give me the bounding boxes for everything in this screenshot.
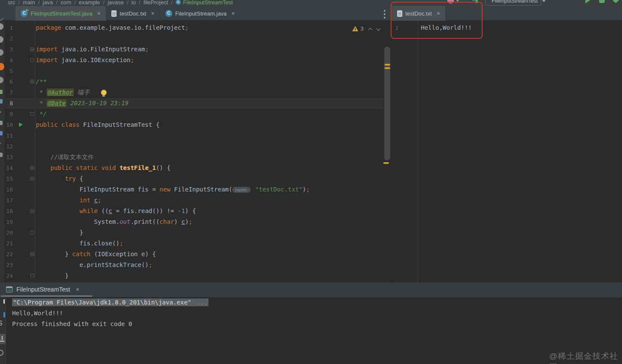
- fold-icon[interactable]: [30, 231, 34, 235]
- breadcrumb-item[interactable]: fileProject: [143, 0, 168, 6]
- line-number[interactable]: 6: [4, 76, 13, 87]
- code-token: "testDoc.txt": [255, 186, 303, 193]
- breadcrumb-item[interactable]: com: [60, 0, 71, 6]
- next-warning-icon[interactable]: [376, 27, 381, 31]
- chevron-down-icon[interactable]: [456, 0, 459, 2]
- breadcrumb-item[interactable]: src: [8, 0, 15, 6]
- code-text: Hello,World!!!: [421, 22, 472, 33]
- run-panel-header: FileInputStreamTest ×: [0, 283, 622, 297]
- fold-icon[interactable]: [30, 177, 34, 181]
- line-number[interactable]: 12: [4, 141, 13, 152]
- scroll-to-end-icon[interactable]: [0, 334, 6, 344]
- breadcrumb-item[interactable]: example: [79, 0, 100, 6]
- line-number[interactable]: 17: [4, 195, 13, 206]
- left-edge-icon-fragment: >: [0, 109, 1, 115]
- code-line: 22 } catch (IOException e) {: [4, 249, 383, 260]
- fold-icon[interactable]: [30, 252, 34, 256]
- tab-close-icon[interactable]: ×: [231, 10, 235, 17]
- fold-icon[interactable]: [30, 47, 34, 51]
- breadcrumb-separator: /: [127, 0, 129, 6]
- coverage-button[interactable]: [613, 0, 619, 3]
- line-number[interactable]: 9: [4, 109, 13, 119]
- console-output[interactable]: "C:\Program Files\Java\jdk1.8.0_201\bin\…: [12, 297, 208, 329]
- inspections-widget[interactable]: 3: [352, 25, 380, 32]
- editor-tab[interactable]: CFileInputStream.java×: [160, 6, 240, 21]
- line-number[interactable]: 19: [4, 217, 13, 227]
- code-token: //读取文本文件: [36, 154, 94, 160]
- breadcrumb-item[interactable]: io: [131, 0, 136, 6]
- warning-count: 3: [360, 25, 363, 32]
- code-token: .print((: [130, 218, 159, 225]
- code-line: 9 */: [4, 109, 383, 119]
- gutter-separator: [418, 21, 418, 282]
- breadcrumb-item[interactable]: main: [23, 0, 35, 6]
- line-number[interactable]: 13: [4, 152, 13, 163]
- tab-close-icon[interactable]: ×: [97, 10, 101, 17]
- line-number[interactable]: 1: [4, 22, 13, 33]
- breadcrumb-item[interactable]: CFileInputStreamTest: [176, 0, 233, 6]
- line-number[interactable]: 21: [4, 238, 13, 249]
- rerun-icon[interactable]: S: [0, 320, 3, 327]
- preview-editor[interactable]: 1Hello,World!!!: [392, 21, 622, 282]
- fold-icon[interactable]: [30, 209, 34, 213]
- code-token: /**: [36, 78, 47, 85]
- build-hammer-icon[interactable]: [472, 0, 478, 3]
- code-line: 3import java.io.FileInputStream;: [4, 44, 383, 55]
- line-number[interactable]: 4: [4, 55, 13, 66]
- line-number[interactable]: 18: [4, 206, 13, 217]
- code-token: ;: [145, 46, 148, 53]
- code-token: ): [303, 186, 306, 193]
- line-number[interactable]: 1: [392, 22, 398, 33]
- editor-tab[interactable]: testDoc.txt×: [106, 6, 160, 21]
- warning-stripe-mark[interactable]: [385, 64, 390, 66]
- line-number[interactable]: 5: [4, 66, 13, 76]
- code-token: ): [185, 218, 189, 225]
- line-number[interactable]: 10: [4, 119, 13, 130]
- previous-warning-icon[interactable]: [368, 28, 373, 32]
- fold-icon[interactable]: [30, 80, 34, 84]
- code-token: FileInputStream(: [170, 186, 232, 193]
- close-icon[interactable]: ×: [76, 286, 79, 293]
- fold-icon[interactable]: [30, 58, 34, 62]
- line-number[interactable]: 2: [4, 33, 13, 44]
- line-number[interactable]: 20: [4, 227, 13, 238]
- warning-stripe-mark[interactable]: [383, 162, 389, 164]
- breadcrumb-item[interactable]: java: [43, 0, 53, 6]
- line-number[interactable]: 22: [4, 249, 13, 260]
- settings-icon[interactable]: [0, 350, 3, 356]
- fold-icon[interactable]: [30, 274, 34, 278]
- line-number[interactable]: 24: [4, 270, 13, 281]
- editor-tab[interactable]: CFileInputStreamTest.java×: [16, 6, 106, 21]
- line-number[interactable]: 14: [4, 163, 13, 173]
- tab-close-icon[interactable]: ×: [436, 10, 440, 17]
- code-text: import java.io.IOException;: [36, 55, 134, 66]
- breadcrumb-item[interactable]: javase: [107, 0, 124, 6]
- run-tab-underline: [1, 295, 92, 297]
- run-button[interactable]: [585, 0, 590, 3]
- warning-stripe-mark[interactable]: [385, 67, 390, 69]
- run-tab[interactable]: FileInputStreamTest ×: [3, 283, 83, 296]
- line-number[interactable]: 23: [4, 260, 13, 270]
- editor-tab-bar: CFileInputStreamTest.java×testDoc.txt×CF…: [0, 6, 622, 21]
- more-options-icon[interactable]: [384, 9, 385, 19]
- editor-tab[interactable]: testDoc.txt×: [392, 6, 446, 21]
- class-icon: C: [176, 0, 181, 5]
- line-number[interactable]: 16: [4, 184, 13, 195]
- lightbulb-icon[interactable]: [101, 90, 107, 95]
- line-number[interactable]: 15: [4, 173, 13, 184]
- fold-icon[interactable]: [30, 166, 34, 170]
- run-configuration-select[interactable]: FileInputStreamTest: [485, 0, 541, 6]
- line-number[interactable]: 8: [4, 98, 13, 109]
- fold-icon[interactable]: [30, 112, 34, 116]
- line-number[interactable]: 7: [4, 87, 13, 98]
- line-number[interactable]: 3: [4, 44, 13, 55]
- left-edge-icon-fragment: [0, 63, 4, 70]
- line-number[interactable]: 11: [4, 130, 13, 141]
- code-token: name:: [232, 187, 251, 193]
- debug-button[interactable]: [599, 0, 605, 3]
- code-editor[interactable]: 1package com.example.javase.io.fileProje…: [4, 21, 391, 282]
- tab-close-icon[interactable]: ×: [151, 10, 155, 17]
- run-gutter-icon[interactable]: [19, 122, 23, 127]
- avatar[interactable]: [447, 0, 454, 3]
- code-text: int c;: [36, 195, 101, 206]
